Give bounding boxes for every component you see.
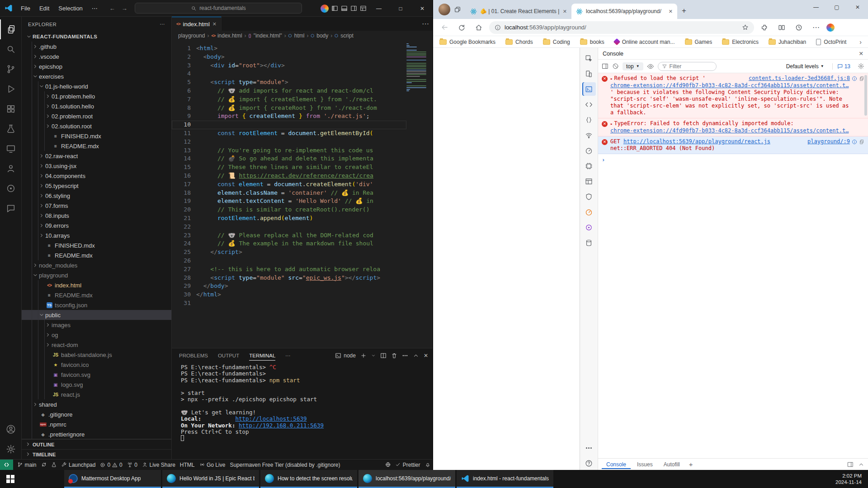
remote-explorer-icon[interactable]	[0, 139, 22, 159]
tree-folder-public[interactable]: public	[22, 310, 171, 320]
extension-panel-icon[interactable]	[582, 221, 596, 234]
message-link[interactable]: chrome-extension://4fd90fb7-b033-4c82-8a…	[610, 127, 849, 134]
address-bar[interactable]: localhost:5639/app/playground/	[489, 21, 754, 34]
section-outline[interactable]: OUTLINE	[22, 439, 171, 449]
tab-close-icon[interactable]: ✕	[669, 9, 673, 14]
console-prompt[interactable]: ›	[598, 154, 868, 166]
tab-close-icon[interactable]: ✕	[563, 9, 567, 14]
lighthouse-panel-icon[interactable]	[582, 205, 596, 219]
menu-more[interactable]: ⋯	[88, 3, 101, 14]
network-panel-icon[interactable]	[582, 128, 596, 142]
live-share-icon[interactable]	[0, 159, 22, 178]
browser-close-button[interactable]: ✕	[847, 0, 868, 14]
toggle-secondary-sidebar-icon[interactable]	[350, 5, 357, 12]
tree-folder--vscode[interactable]: .vscode	[22, 52, 171, 61]
globe-icon[interactable]	[383, 460, 393, 470]
tree-folder-epicshop[interactable]: epicshop	[22, 61, 171, 71]
bookmark-games[interactable]: Games	[685, 39, 712, 45]
split-screen-icon[interactable]	[775, 21, 788, 34]
tree-file-index-html[interactable]: <>index.html	[22, 280, 171, 290]
browser-maximize-button[interactable]: ▢	[826, 0, 847, 14]
breadcrumbs[interactable]: playground›<>index.html›{}"index.html"›⬡…	[172, 31, 433, 41]
pipeline-icon[interactable]	[49, 460, 59, 470]
console-settings-icon[interactable]	[858, 63, 864, 70]
tree-folder-02-raw-react[interactable]: 02.raw-react	[22, 151, 171, 161]
tree-file-finished-mdx[interactable]: ≡FINISHED.mdx	[22, 240, 171, 250]
breadcrumb-item[interactable]: playground	[178, 33, 205, 39]
bookmark-books[interactable]: books	[580, 39, 604, 45]
breadcrumb-item[interactable]: script	[340, 33, 354, 39]
sync-icon[interactable]	[39, 460, 49, 470]
devtools-tab-console[interactable]: Console	[602, 460, 631, 469]
taskbar-button-1[interactable]: Mattermost Desktop App	[64, 470, 161, 488]
tree-file--gitignore[interactable]: ◆.gitignore	[22, 409, 171, 419]
toggle-panel-icon[interactable]	[341, 5, 348, 12]
message-source[interactable]: playground/:9	[807, 138, 864, 145]
source-control-icon[interactable]	[0, 59, 22, 79]
extension-circle-icon[interactable]	[0, 178, 22, 198]
copy-icon[interactable]	[859, 76, 864, 81]
console-sidebar-icon[interactable]	[602, 63, 609, 70]
breadcrumb-item[interactable]: html	[294, 33, 305, 39]
taskbar-clock[interactable]: 2:02 PM 2024-11-14	[835, 470, 868, 488]
bookmark-chords[interactable]: Chords	[505, 39, 533, 45]
tree-folder-10-arrays[interactable]: 10.arrays	[22, 230, 171, 240]
tree-folder-react-fundamentals[interactable]: REACT-FUNDAMENTALS	[22, 32, 171, 42]
new-terminal-icon[interactable]	[360, 352, 367, 359]
history-icon[interactable]	[792, 21, 806, 34]
taskbar-button-3[interactable]: How to detect the screen resoluti...	[260, 470, 357, 488]
site-info-icon[interactable]	[495, 24, 501, 31]
context-selector[interactable]: top ▼	[623, 62, 643, 70]
more-tools-icon[interactable]	[582, 441, 596, 455]
settings-gear-icon[interactable]	[0, 439, 22, 459]
tree-folder-shared[interactable]: shared	[22, 399, 171, 409]
language-mode[interactable]: HTML	[178, 460, 197, 470]
menu-edit[interactable]: Edit	[36, 3, 53, 14]
live-expression-icon[interactable]	[647, 63, 654, 70]
panel-tab-output[interactable]: OUTPUT	[218, 353, 239, 358]
bookmark-electronics[interactable]: Electronics	[722, 39, 759, 45]
message-info-icon[interactable]	[852, 76, 857, 81]
console-panel-icon[interactable]	[582, 82, 596, 96]
message-link[interactable]: chrome-extension://4fd90fb7-b033-4c82-8a…	[610, 82, 849, 89]
start-button[interactable]	[0, 470, 21, 488]
console-message[interactable]: ✕▸TypeError: Failed to fetch dynamically…	[598, 118, 868, 136]
menu-selection[interactable]: Selection	[55, 3, 86, 14]
devtools-tab-issues[interactable]: Issues	[632, 460, 657, 469]
browser-tab-1[interactable]: 🫵 | 01. Create React Elements | 0✕	[466, 4, 571, 19]
source-link[interactable]: content.ts-loader-3ed3668f.js:8	[749, 75, 850, 82]
browser-tab-2[interactable]: localhost:5639/app/playground/✕	[571, 4, 677, 19]
security-panel-icon[interactable]	[582, 190, 596, 203]
shell-node[interactable]: node	[335, 352, 356, 359]
bookmark-juhachiban[interactable]: Juhachiban	[769, 39, 806, 45]
application-panel-icon[interactable]	[582, 174, 596, 188]
launchpad[interactable]: Launchpad	[59, 460, 98, 470]
notifications-bell-icon[interactable]	[423, 460, 433, 470]
devtools-close-icon[interactable]: ✕	[859, 50, 863, 57]
taskbar-button-5[interactable]: index.html - react-fundamentals -...	[457, 470, 553, 488]
tree-file--npmrc[interactable]: npm.npmrc	[22, 419, 171, 429]
new-tab-button[interactable]: +	[682, 6, 686, 15]
log-levels-dropdown[interactable]: Default levels ▼	[786, 63, 824, 70]
tree-folder--github[interactable]: .github	[22, 42, 171, 52]
git-branch[interactable]: main	[15, 460, 39, 470]
tree-folder-04-components[interactable]: 04.components	[22, 171, 171, 181]
tree-folder-exercises[interactable]: exercises	[22, 71, 171, 81]
browser-refresh-icon[interactable]	[455, 21, 468, 34]
page-content[interactable]	[433, 48, 580, 470]
breadcrumb-item[interactable]: index.html	[217, 33, 242, 39]
console-scrollbar[interactable]	[864, 75, 867, 116]
forward-arrow-icon[interactable]: →	[122, 5, 127, 12]
favorite-star-icon[interactable]	[742, 24, 749, 31]
console-message[interactable]: ✕GET http://localhost:5639/app/playgroun…	[598, 136, 868, 154]
browser-minimize-button[interactable]: —	[806, 0, 826, 14]
console-filter-input[interactable]: Filter	[658, 62, 717, 71]
copilot-icon[interactable]	[321, 5, 329, 13]
section-timeline[interactable]: TIMELINE	[22, 449, 171, 459]
taskbar-button-4[interactable]: localhost:5639/app/playground/ a...	[359, 470, 455, 488]
bookmark-online-account-man-[interactable]: Online account man...	[614, 39, 675, 45]
panel-tab-problems[interactable]: PROBLEMS	[179, 353, 208, 358]
tree-folder-node-modules[interactable]: node_modules	[22, 260, 171, 270]
panel-tab-terminal[interactable]: TERMINAL	[249, 353, 275, 361]
command-center-search[interactable]: react-fundamentals	[135, 3, 302, 14]
